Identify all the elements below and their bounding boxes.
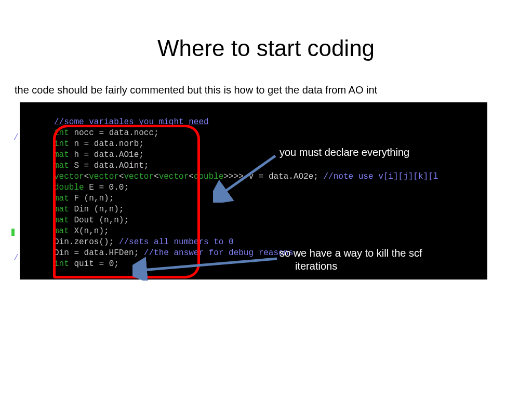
code-keyword: mat <box>54 205 69 214</box>
code-keyword: mat <box>54 216 69 225</box>
code-keyword: int <box>54 139 69 149</box>
code-keyword: int <box>54 128 69 138</box>
code-keyword: mat <box>54 194 69 203</box>
margin-slash: / <box>14 254 19 263</box>
margin-slash: / <box>14 133 19 142</box>
code-keyword: double <box>54 183 84 192</box>
code-text: S = data.AOint; <box>69 161 149 170</box>
slide-subtitle: the code should be fairly commented but … <box>15 84 532 96</box>
code-text: E = 0.0; <box>84 183 129 192</box>
code-comment: //sets all numbers to 0 <box>119 237 234 247</box>
code-text: < <box>84 172 89 181</box>
code-keyword: double <box>194 172 224 181</box>
code-text: < <box>189 172 194 181</box>
code-keyword: int <box>54 259 69 269</box>
code-text: < <box>154 172 159 181</box>
code-keyword: mat <box>54 161 69 170</box>
code-keyword: vector <box>54 172 84 181</box>
code-text: F (n,n); <box>69 194 114 203</box>
code-text: h = data.AO1e; <box>69 150 144 159</box>
code-keyword: vector <box>89 172 119 181</box>
code-comment: //the answer for debug reasons <box>144 248 294 258</box>
annotation-kill-scf: so we have a way to kill the scf iterati… <box>280 247 422 273</box>
annotation-line: so we have a way to kill the scf <box>280 247 422 260</box>
code-text: Dout (n,n); <box>69 216 129 225</box>
code-text: Din (n,n); <box>69 205 124 214</box>
annotation-declare: you must declare everything <box>280 146 409 159</box>
code-text: n = data.norb; <box>69 139 144 149</box>
code-keyword: vector <box>159 172 189 181</box>
code-text: quit = 0; <box>69 259 119 269</box>
code-text: < <box>119 172 124 181</box>
code-text: Din = data.HFDen; <box>54 248 144 258</box>
code-text: >>>> v = data.AO2e; <box>223 172 323 181</box>
code-text: X(n,n); <box>69 227 109 236</box>
code-comment: //note use v[i][j][k][l <box>324 172 438 181</box>
green-marker <box>11 229 15 236</box>
code-keyword: mat <box>54 227 69 236</box>
code-keyword: mat <box>54 150 69 159</box>
code-text: nocc = data.nocc; <box>69 128 159 138</box>
code-text: Din.zeros(); <box>54 237 119 247</box>
annotation-line: iterations <box>280 260 422 273</box>
code-comment: //some variables you might need <box>54 117 209 127</box>
slide-title: Where to start coding <box>0 35 532 61</box>
code-keyword: vector <box>124 172 154 181</box>
